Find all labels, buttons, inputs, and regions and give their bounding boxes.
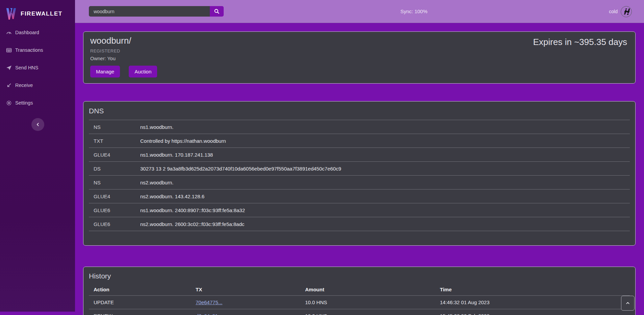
dns-record-row: GLUE4 ns1.woodburn. 170.187.241.138 [89,148,630,162]
search-icon [214,8,220,14]
sidebar-item-label: Dashboard [15,30,39,35]
topbar: Sync: 100% cold [75,0,644,23]
dns-record-row: NS ns2.woodburn. [89,176,630,189]
sidebar-item-label: Transactions [15,47,43,53]
dashboard-gauge-icon [6,30,12,36]
dns-record-row: GLUE6 ns2.woodburn. 2600:3c02::f03c:93ff… [89,217,630,231]
domain-card: woodburn/ REGISTERED Owner: You Manage A… [83,31,636,84]
dns-record-type: GLUE6 [89,217,140,231]
tx-link[interactable]: 70e64775... [196,299,222,305]
dns-record-row: TXT Controlled by https://nathan.woodbur… [89,134,630,148]
history-col-action: Action [89,284,196,295]
history-table: Action TX Amount Time UPDATE 70e64775...… [89,284,630,315]
send-plane-icon [6,65,12,71]
history-action: RENEW [89,309,196,315]
dns-record-value: ns2.woodburn. [140,176,630,189]
search-bar [89,6,224,17]
sidebar-item-dashboard[interactable]: Dashboard [0,24,75,41]
history-row: UPDATE 70e64775... 10.0 HNS 14:46:32 01 … [89,295,630,309]
search-input[interactable] [89,6,210,17]
dns-record-type: NS [89,176,140,189]
wallet-selector[interactable]: cold [609,0,632,23]
history-header-row: Action TX Amount Time [89,284,630,295]
domain-owner: Owner: You [90,56,628,61]
firewallet-w-logo-icon [5,7,17,20]
history-col-time: Time [440,284,630,295]
dns-record-value: ns1.woodburn. 170.187.241.138 [140,148,630,162]
brand-name: FIREWALLET [21,10,63,17]
handshake-logo-icon[interactable] [621,6,632,17]
sidebar-item-send-hns[interactable]: Send HNS [0,59,75,76]
history-time: 15:45:36 03 Feb 2023 [440,309,630,315]
dns-record-row: GLUE6 ns1.woodburn. 2400:8907::f03c:93ff… [89,203,630,217]
sidebar-collapse-button[interactable] [31,118,44,131]
dns-record-value: ns1.woodburn. [140,120,630,134]
dns-record-row: GLUE4 ns2.woodburn. 143.42.128.6 [89,189,630,203]
transactions-table-icon [6,47,12,53]
dns-record-value: ns1.woodburn. 2400:8907::f03c:93ff:fe5a:… [140,203,630,217]
receive-arrow-icon [6,83,12,88]
history-title: History [89,272,630,280]
sync-status: Sync: 100% [400,0,427,23]
sidebar-item-transactions[interactable]: Transactions [0,41,75,59]
dns-record-value: ns2.woodburn. 2600:3c02::f03c:93ff:fe5a:… [140,217,630,231]
sidebar-item-receive[interactable]: Receive [0,76,75,94]
scroll-to-top-button[interactable] [621,296,635,311]
sidebar-item-label: Receive [15,83,33,88]
dns-record-type: DS [89,162,140,176]
dns-record-type: GLUE6 [89,203,140,217]
history-col-tx: TX [196,284,305,295]
dns-title: DNS [89,107,630,115]
search-button[interactable] [210,6,224,17]
auction-button[interactable]: Auction [129,66,157,77]
chevron-up-icon [625,301,630,306]
sidebar-item-label: Send HNS [15,65,39,70]
history-col-amount: Amount [305,284,440,295]
sidebar-nav: Dashboard Transactions Send HNS [0,24,75,112]
brand: FIREWALLET [0,0,75,23]
domain-actions: Manage Auction [90,66,628,77]
domain-status: REGISTERED [90,48,628,53]
history-card: History Action TX Amount Time UPDATE 70e… [83,267,636,315]
dns-record-type: NS [89,120,140,134]
firewallet-app: { "brand": { "name": "FIREWALLET", "logo… [0,0,644,315]
history-amount: 10.0 HNS [305,295,440,309]
history-row: RENEW d7e64c21... 10.0 HNS 15:45:36 03 F… [89,309,630,315]
tx-link[interactable]: d7e64c21... [196,313,222,315]
dns-table: NS ns1.woodburn. TXT Controlled by https… [89,120,630,231]
history-action: UPDATE [89,295,196,309]
dns-card: DNS NS ns1.woodburn. TXT Controlled by h… [83,101,636,246]
dns-record-value: Controlled by https://nathan.woodburn [140,134,630,148]
sidebar: FIREWALLET Dashboard Transactions [0,0,75,312]
history-time: 14:46:32 01 Aug 2023 [440,295,630,309]
sidebar-item-label: Settings [15,100,33,106]
dns-record-row: NS ns1.woodburn. [89,120,630,134]
dns-record-row: DS 30273 13 2 9a3a8fb3d625d2a2073d740f10… [89,162,630,176]
expires-label: Expires in ~395.35 days [533,37,627,47]
sidebar-item-settings[interactable]: Settings [0,94,75,112]
dns-record-value: ns2.woodburn. 143.42.128.6 [140,189,630,203]
dns-record-type: GLUE4 [89,189,140,203]
settings-gear-icon [6,100,12,106]
dns-record-value: 30273 13 2 9a3a8fb3d625d2a2073d740f10da6… [140,162,630,176]
manage-button[interactable]: Manage [90,66,120,77]
chevron-left-icon [35,122,40,127]
wallet-name-label: cold [609,9,618,14]
dns-record-type: TXT [89,134,140,148]
history-amount: 10.0 HNS [305,309,440,315]
dns-record-type: GLUE4 [89,148,140,162]
